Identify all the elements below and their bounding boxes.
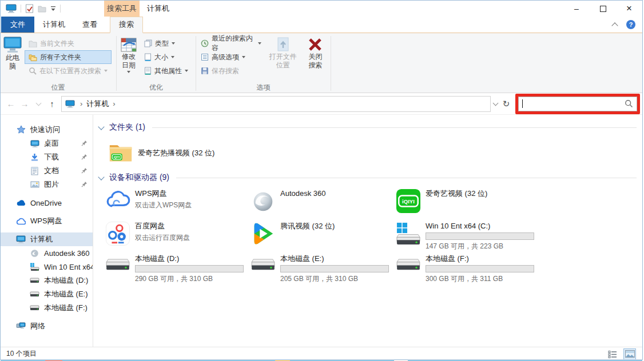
tab-view[interactable]: 查看 [74, 17, 106, 33]
kind-button[interactable]: 类型 [140, 37, 192, 50]
breadcrumb-separator: › [80, 99, 82, 108]
ribbon: 此电脑 当前文件夹 所有子文件夹 在以下位置再次搜索 [1, 33, 642, 93]
close-button[interactable]: × [616, 1, 642, 17]
sidebar-item-desktop[interactable]: 桌面 [1, 137, 93, 150]
group-separator [196, 36, 196, 91]
drive-icon [30, 276, 39, 286]
open-file-location-label: 打开文件位置 [268, 53, 299, 70]
wps-cloud-icon [105, 188, 130, 220]
baidu-netdisk-icon [105, 221, 130, 252]
folder-item-iqiyi-videos[interactable]: iQIYI 爱奇艺热播视频 (32 位) [109, 138, 642, 167]
maximize-button[interactable] [590, 1, 616, 17]
device-tile-drive-e[interactable]: 本地磁盘 (E:) 205 GB 可用，共 310 GB [250, 252, 395, 285]
title-bar: 搜索工具 计算机 – × [1, 1, 642, 17]
all-subfolders-button[interactable]: 所有子文件夹 [25, 50, 112, 64]
save-search-button[interactable]: 保存搜索 [197, 64, 265, 78]
device-tile-autodesk-360[interactable]: Autodesk 360 [250, 187, 395, 220]
sidebar-item-autodesk-360[interactable]: Autodesk 360 [1, 246, 93, 260]
tab-computer[interactable]: 计算机 [34, 17, 74, 33]
refresh-icon: ↻ [503, 99, 510, 109]
minimize-button[interactable]: – [563, 1, 590, 17]
other-properties-button[interactable]: 其他属性 [140, 64, 192, 78]
sidebar-item-quick-access[interactable]: 快速访问 [1, 123, 93, 137]
autodesk-icon [30, 248, 39, 258]
network-icon [16, 322, 26, 331]
sidebar-item-drive-c[interactable]: Win 10 Ent x64 (C:) [1, 260, 93, 274]
pin-icon [81, 154, 88, 160]
refresh-button[interactable]: ↻ [500, 97, 512, 111]
folder-icon [29, 40, 37, 47]
group-separator [116, 36, 117, 91]
help-icon[interactable]: ? [626, 20, 635, 29]
new-folder-button[interactable] [38, 5, 46, 13]
tencent-video-icon [250, 221, 276, 252]
sidebar-item-documents[interactable]: 文档 [1, 164, 93, 178]
document-icon [30, 166, 39, 176]
advanced-options-icon [201, 53, 209, 61]
device-tile-drive-d[interactable]: 本地磁盘 (D:) 290 GB 可用，共 310 GB [105, 252, 250, 285]
dropdown-icon [171, 56, 174, 58]
date-modified-button[interactable]: 修改日期 [117, 35, 140, 73]
sidebar-item-drive-f[interactable]: 本地磁盘 (F:) [1, 301, 93, 315]
up-button[interactable]: ↑ [45, 97, 59, 111]
close-search-icon [307, 37, 323, 53]
sidebar-item-network[interactable]: 网络 [1, 319, 93, 333]
pin-icon [81, 167, 88, 174]
ribbon-group-refine: 修改日期 类型 大小 其他属性 [117, 35, 195, 93]
device-tile-drive-c[interactable]: Win 10 Ent x64 (C:) 147 GB 可用，共 223 GB [395, 220, 540, 252]
thumbnails-view-button[interactable] [624, 349, 635, 359]
sidebar-item-drive-e[interactable]: 本地磁盘 (E:) [1, 287, 93, 301]
details-view-button[interactable] [607, 349, 618, 359]
windows-drive-icon [395, 221, 421, 252]
sidebar-item-computer[interactable]: 计算机 [1, 232, 93, 246]
advanced-options-button[interactable]: 高级选项 [197, 50, 265, 64]
minimize-icon: – [574, 4, 579, 13]
search-input[interactable] [518, 97, 637, 111]
separator [60, 5, 61, 13]
device-tile-iqiyi-video[interactable]: iQIYI 爱奇艺视频 (32 位) [395, 187, 540, 220]
this-pc-icon [3, 37, 22, 54]
history-dropdown-button[interactable] [31, 97, 45, 111]
quick-access-toolbar [1, 4, 61, 13]
close-search-button[interactable]: 关闭搜索 [301, 35, 330, 70]
current-folder-button[interactable]: 当前文件夹 [25, 37, 112, 50]
capacity-bar [426, 265, 534, 272]
sidebar-item-wps-cloud[interactable]: WPS网盘 [1, 214, 93, 228]
device-tile-tencent-video[interactable]: 腾讯视频 (32 位) [250, 220, 395, 252]
collapse-ribbon-icon[interactable] [611, 22, 618, 29]
forward-button[interactable]: → [18, 97, 31, 111]
dropdown-icon [242, 56, 245, 58]
this-pc-button[interactable]: 此电脑 [1, 35, 25, 71]
items-view: 文件夹 (1) iQIYI 爱奇艺热播视频 (32 位) 设备和驱动器 (9) … [93, 115, 642, 347]
date-modified-label: 修改日期 [120, 53, 138, 70]
properties-button[interactable] [25, 4, 34, 13]
star-icon [16, 125, 26, 135]
sidebar-item-onedrive[interactable]: OneDrive [1, 196, 93, 210]
sidebar-item-pictures[interactable]: 图片 [1, 178, 93, 191]
address-dropdown-button[interactable] [491, 97, 500, 111]
dropdown-icon [258, 42, 261, 45]
open-file-location-button[interactable]: 打开文件位置 [265, 35, 301, 70]
section-header-folders[interactable]: 文件夹 (1) [97, 121, 642, 134]
size-button[interactable]: 大小 [140, 50, 192, 64]
device-tile-baidu-netdisk[interactable]: 百度网盘 双击运行百度网盘 [105, 220, 250, 252]
recent-searches-button[interactable]: 最近的搜索内容 [197, 37, 265, 50]
this-pc-icon[interactable] [6, 4, 17, 13]
back-button[interactable]: ← [4, 97, 18, 111]
address-box[interactable]: › 计算机 › [61, 96, 491, 112]
customize-qat-button[interactable] [50, 6, 56, 11]
pin-icon [81, 181, 88, 187]
device-tile-wps-cloud[interactable]: WPS网盘 双击进入WPS网盘 [105, 187, 250, 220]
windows-drive-icon [30, 262, 39, 272]
breadcrumb-computer[interactable]: 计算机 [86, 99, 109, 109]
tab-search[interactable]: 搜索 [110, 17, 143, 33]
search-again-button[interactable]: 在以下位置再次搜索 [25, 64, 112, 78]
device-tile-drive-f[interactable]: 本地磁盘 (F:) 300 GB 可用，共 311 GB [395, 252, 540, 285]
sidebar-item-downloads[interactable]: 下载 [1, 150, 93, 164]
computer-icon [65, 100, 75, 108]
sidebar-item-drive-d[interactable]: 本地磁盘 (D:) [1, 274, 93, 287]
drive-icon [30, 290, 39, 299]
drive-icon [30, 303, 39, 313]
tab-file[interactable]: 文件 [1, 17, 34, 33]
section-header-devices[interactable]: 设备和驱动器 (9) [97, 171, 642, 184]
